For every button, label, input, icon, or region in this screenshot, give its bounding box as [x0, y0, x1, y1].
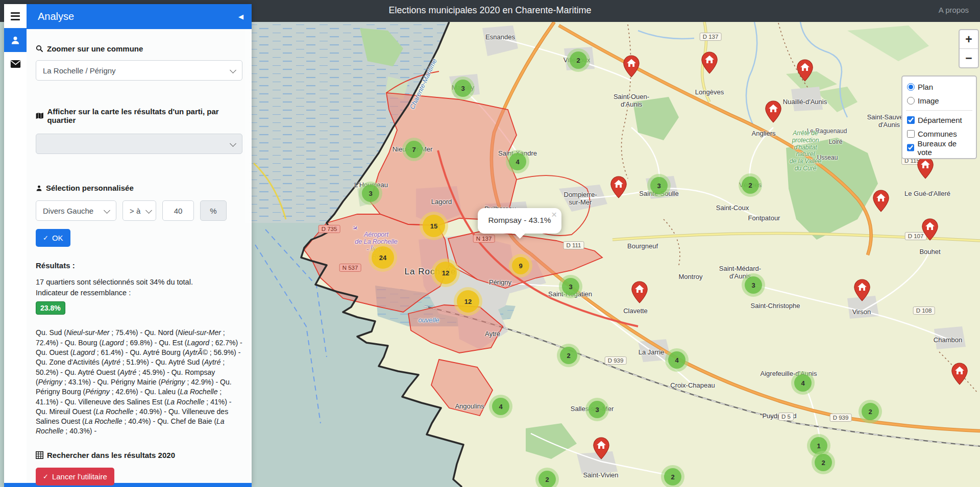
rail-item-analysis[interactable] — [4, 28, 27, 52]
map-label: Croix-Chapeau — [670, 382, 715, 390]
ok-button[interactable]: ✓ OK — [36, 229, 70, 247]
checkbox-bureaux-de-vote[interactable] — [907, 144, 914, 151]
cluster-count: 12 — [434, 262, 457, 284]
road-ref-badge: D 5 — [778, 413, 794, 421]
zoom-out-button[interactable]: − — [960, 49, 978, 67]
cluster-count: 3 — [589, 401, 606, 418]
cluster-count: 2 — [742, 176, 759, 194]
zoom-in-button[interactable]: + — [960, 30, 978, 49]
cluster-marker[interactable]: 9 — [509, 254, 532, 277]
checkbox-département[interactable] — [907, 116, 915, 124]
polling-place-pin[interactable] — [796, 59, 814, 84]
cluster-marker[interactable]: 15 — [420, 212, 448, 240]
home-pin-icon — [610, 176, 627, 198]
base-layer-option[interactable]: Plan — [907, 80, 971, 94]
home-pin-icon — [765, 100, 782, 123]
polling-place-pin[interactable] — [872, 190, 890, 214]
zoom-commune-label: Zoomer sur une commune — [36, 44, 242, 53]
home-pin-icon — [623, 55, 640, 78]
cluster-marker[interactable]: 24 — [369, 243, 397, 272]
map-label: Aytré — [485, 330, 500, 338]
panel-header: Analyse ◀ — [27, 4, 252, 29]
party-filter-select[interactable]: Divers Gauche — [36, 200, 116, 221]
road-ref-badge: N 537 — [339, 264, 361, 272]
cluster-marker[interactable]: 2 — [812, 451, 835, 474]
about-link[interactable]: A propos — [939, 6, 969, 14]
results-details: Qu. Sud (Nieul-sur-Mer ; 75.4%) - Qu. No… — [36, 328, 242, 436]
cluster-marker[interactable]: 12 — [454, 287, 482, 316]
panel-title: Analyse — [38, 11, 74, 22]
polling-place-pin[interactable] — [593, 437, 610, 462]
custom-selection-label: Sélection personnalisée — [36, 184, 242, 192]
map-label: Saint-Vivien — [583, 472, 618, 479]
cluster-marker[interactable]: 2 — [535, 468, 559, 487]
cluster-marker[interactable]: 3 — [585, 398, 609, 421]
table-icon — [36, 451, 43, 459]
menu-toggle-button[interactable] — [4, 4, 27, 28]
popup-close-icon[interactable]: × — [551, 210, 557, 219]
cluster-marker[interactable]: 2 — [557, 344, 580, 367]
overlay-layer-option[interactable]: Département — [907, 113, 971, 127]
percent-unit-box: % — [200, 200, 227, 221]
cluster-count: 2 — [538, 471, 556, 487]
cluster-marker[interactable]: 4 — [791, 371, 815, 395]
cluster-marker[interactable]: 4 — [489, 395, 512, 418]
cluster-marker[interactable]: 2 — [739, 173, 762, 197]
map-label: Périgny — [489, 279, 511, 287]
collapse-panel-icon[interactable]: ◀ — [238, 13, 243, 20]
cluster-marker[interactable]: 3 — [359, 182, 382, 205]
cluster-marker[interactable]: 3 — [559, 275, 582, 298]
checkbox-communes[interactable] — [907, 130, 915, 138]
radio-image[interactable] — [907, 97, 915, 105]
launch-utility-button[interactable]: ✓ Lancer l'utilitaire — [36, 468, 114, 485]
map-label: Esnandes — [485, 34, 515, 41]
cluster-marker[interactable]: 3 — [451, 76, 475, 100]
map-label: Saint-Christophe — [751, 302, 800, 310]
road-ref-badge: D 735 — [318, 225, 340, 233]
map-label: Angoulins — [455, 403, 484, 411]
cluster-marker[interactable]: 12 — [431, 259, 460, 287]
home-pin-icon — [701, 52, 718, 74]
cluster-marker[interactable]: 2 — [859, 400, 882, 423]
map-label: Dompierre- sur-Mer — [564, 191, 597, 207]
map-label: Chambon — [934, 337, 962, 344]
home-pin-icon — [872, 190, 890, 212]
polling-place-pin[interactable] — [610, 176, 627, 200]
polling-place-pin[interactable] — [631, 281, 648, 305]
polling-place-pin[interactable] — [853, 279, 871, 303]
home-pin-icon — [951, 363, 968, 385]
chevron-down-icon — [104, 207, 110, 214]
map-label: Longèves — [695, 89, 724, 96]
polling-place-pin[interactable] — [917, 157, 934, 181]
polling-place-pin[interactable] — [701, 52, 718, 76]
rail-item-contact[interactable] — [4, 52, 27, 76]
polling-place-pin[interactable] — [623, 55, 640, 80]
cluster-marker[interactable]: 3 — [647, 174, 671, 197]
polling-place-pin[interactable] — [951, 363, 968, 387]
overlay-layer-option[interactable]: Bureaux de vote — [907, 141, 971, 155]
cluster-marker[interactable]: 2 — [661, 465, 684, 487]
chevron-down-icon — [230, 140, 236, 147]
party-select[interactable] — [36, 134, 242, 154]
cluster-count: 2 — [815, 454, 832, 471]
threshold-input[interactable] — [162, 200, 194, 221]
analysis-panel: Analyse ◀ Zoomer sur une commune La Roch… — [27, 4, 252, 483]
radio-plan[interactable] — [907, 83, 915, 91]
cluster-marker[interactable]: 4 — [506, 150, 529, 173]
envelope-icon — [10, 60, 21, 68]
cluster-marker[interactable]: 2 — [567, 48, 590, 72]
cluster-marker[interactable]: 3 — [742, 273, 765, 297]
cluster-count: 9 — [512, 257, 529, 274]
map-label: Bouhet — [919, 248, 940, 256]
cluster-marker[interactable]: 7 — [402, 138, 426, 161]
operator-select[interactable]: > à — [122, 200, 156, 221]
cluster-marker[interactable]: 4 — [665, 348, 689, 372]
chevron-down-icon — [145, 207, 152, 214]
commune-select[interactable]: La Rochelle / Périgny — [36, 60, 242, 81]
check-icon: ✓ — [43, 473, 48, 480]
polling-place-pin[interactable] — [765, 100, 782, 125]
map-label: ouvelle — [418, 317, 439, 324]
road-ref-badge: D 111 — [564, 241, 584, 249]
base-layer-option[interactable]: Image — [907, 94, 971, 108]
polling-place-pin[interactable] — [921, 218, 939, 243]
